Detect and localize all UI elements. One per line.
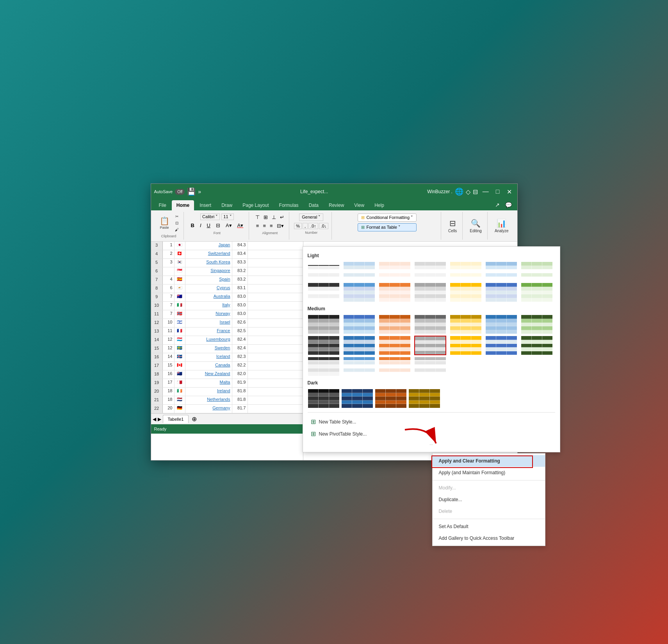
- copy-button[interactable]: ⊡: [173, 220, 180, 226]
- tab-insert[interactable]: Insert: [195, 200, 216, 210]
- comma-button[interactable]: ,: [303, 223, 308, 229]
- font-size-dropdown[interactable]: 11 ˅: [221, 213, 233, 220]
- country-cell[interactable]: Germany: [185, 405, 232, 413]
- add-sheet-button[interactable]: ⊕: [190, 415, 198, 423]
- table-style-medium-15[interactable]: [308, 357, 340, 376]
- format-painter-button[interactable]: 🖌: [173, 227, 180, 233]
- table-style-medium-17[interactable]: [379, 357, 411, 376]
- table-style-medium-5[interactable]: [450, 315, 482, 334]
- country-cell[interactable]: Israel: [185, 319, 232, 327]
- scroll-left-icon[interactable]: ◀: [153, 416, 156, 422]
- new-table-style-button[interactable]: ⊞ New Table Style...: [308, 416, 555, 428]
- align-bottom-button[interactable]: ⊥: [270, 213, 278, 221]
- scroll-right-icon[interactable]: ▶: [158, 416, 161, 422]
- increase-decimal-button[interactable]: .0↑: [308, 223, 318, 229]
- table-style-medium-4[interactable]: [414, 315, 446, 334]
- align-left-button[interactable]: ≡: [255, 222, 261, 229]
- country-cell[interactable]: Australia: [185, 293, 232, 301]
- align-top-button[interactable]: ⊤: [254, 213, 261, 221]
- country-cell[interactable]: Ireland: [185, 388, 232, 396]
- context-duplicate[interactable]: Duplicate...: [433, 494, 545, 505]
- maximize-button[interactable]: □: [493, 187, 502, 196]
- align-right-button[interactable]: ≡: [268, 222, 274, 229]
- table-style-light-4[interactable]: [414, 262, 446, 281]
- tab-help[interactable]: Help: [370, 200, 389, 210]
- country-cell[interactable]: Switzerland: [185, 250, 232, 258]
- decrease-decimal-button[interactable]: .0↓: [319, 223, 329, 229]
- country-cell[interactable]: Luxembourg: [185, 336, 232, 344]
- new-pivot-style-button[interactable]: ⊞ New PivotTable Style...: [308, 428, 555, 440]
- table-style-dark-2[interactable]: [341, 389, 373, 408]
- bold-button[interactable]: B: [189, 221, 197, 229]
- table-style-medium-13[interactable]: [485, 336, 517, 355]
- table-style-medium-1[interactable]: [308, 315, 340, 334]
- font-name-dropdown[interactable]: Calibri ˅: [200, 213, 220, 220]
- wrap-text-button[interactable]: ↵: [278, 213, 286, 221]
- align-center-button[interactable]: ≡: [261, 222, 267, 229]
- table-style-light-1[interactable]: [308, 262, 340, 281]
- table-style-light-14[interactable]: [521, 283, 553, 302]
- table-style-medium-14[interactable]: [521, 336, 553, 355]
- context-set-default[interactable]: Set As Default: [433, 521, 545, 532]
- tab-formulas[interactable]: Formulas: [274, 200, 303, 210]
- country-cell[interactable]: Japan: [185, 242, 232, 250]
- percent-button[interactable]: %: [294, 223, 302, 229]
- table-style-medium-8[interactable]: [308, 336, 340, 355]
- context-apply-maintain[interactable]: Apply (and Maintain Formatting): [433, 467, 545, 479]
- context-apply-clear[interactable]: Apply and Clear Formatting: [433, 455, 545, 467]
- table-style-dark-4[interactable]: [408, 389, 440, 408]
- fill-color-button[interactable]: A▾: [223, 221, 234, 229]
- context-add-gallery[interactable]: Add Gallery to Quick Access Toolbar: [433, 532, 545, 544]
- country-cell[interactable]: New Zealand: [185, 370, 232, 379]
- table-style-medium-12[interactable]: [450, 336, 482, 355]
- minimize-button[interactable]: —: [480, 187, 491, 196]
- table-style-light-7[interactable]: [521, 262, 553, 281]
- table-style-medium-6[interactable]: [485, 315, 517, 334]
- table-style-light-11[interactable]: [414, 283, 446, 302]
- country-cell[interactable]: Canada: [185, 362, 232, 370]
- sheet-tab-tabelle1[interactable]: Tabelle1: [163, 415, 189, 423]
- tab-draw[interactable]: Draw: [217, 200, 237, 210]
- table-style-light-9[interactable]: [343, 283, 375, 302]
- analyze-button[interactable]: 📊 Analyze: [492, 217, 511, 235]
- table-style-medium-11[interactable]: [414, 336, 446, 355]
- autosave-toggle[interactable]: Off: [175, 189, 185, 195]
- table-style-medium-9[interactable]: [343, 336, 375, 355]
- border-button[interactable]: ⊟: [214, 221, 223, 229]
- table-style-medium-10[interactable]: [379, 336, 411, 355]
- tab-home[interactable]: Home: [172, 200, 194, 210]
- table-style-light-10[interactable]: [379, 283, 411, 302]
- table-style-medium-18[interactable]: [414, 357, 446, 376]
- cut-button[interactable]: ✂: [173, 213, 180, 219]
- country-cell[interactable]: Iceland: [185, 353, 232, 361]
- table-style-dark-1[interactable]: [308, 389, 340, 408]
- close-button[interactable]: ✕: [504, 187, 514, 196]
- tab-view[interactable]: View: [349, 200, 369, 210]
- table-style-light-2[interactable]: [343, 262, 375, 281]
- tab-page-layout[interactable]: Page Layout: [238, 200, 273, 210]
- table-style-light-12[interactable]: [450, 283, 482, 302]
- save-icon[interactable]: 💾: [187, 187, 196, 196]
- tab-review[interactable]: Review: [324, 200, 349, 210]
- table-style-medium-3[interactable]: [379, 315, 411, 334]
- font-color-button[interactable]: A▾: [235, 221, 246, 229]
- table-style-light-13[interactable]: [485, 283, 517, 302]
- table-style-light-8[interactable]: [308, 283, 340, 302]
- table-style-light-3[interactable]: [379, 262, 411, 281]
- share-icon[interactable]: ↗: [493, 199, 502, 210]
- tab-file[interactable]: File: [154, 200, 171, 210]
- country-cell[interactable]: Malta: [185, 379, 232, 387]
- more-icon[interactable]: »: [198, 189, 201, 195]
- cells-button[interactable]: ⊟ Cells: [446, 217, 459, 235]
- table-style-light-5[interactable]: [450, 262, 482, 281]
- italic-button[interactable]: I: [198, 221, 204, 229]
- country-cell[interactable]: Italy: [185, 302, 232, 310]
- align-middle-button[interactable]: ⊞: [262, 213, 269, 221]
- table-style-light-6[interactable]: [485, 262, 517, 281]
- country-cell[interactable]: Netherlands: [185, 396, 232, 404]
- format-as-table-button[interactable]: ⊞ Format as Table ˅: [358, 223, 417, 231]
- country-cell[interactable]: South Korea: [185, 259, 232, 267]
- conditional-formatting-button[interactable]: ⊞ Conditional Formatting ˅: [358, 213, 417, 222]
- country-cell[interactable]: Norway: [185, 310, 232, 318]
- tab-data[interactable]: Data: [304, 200, 323, 210]
